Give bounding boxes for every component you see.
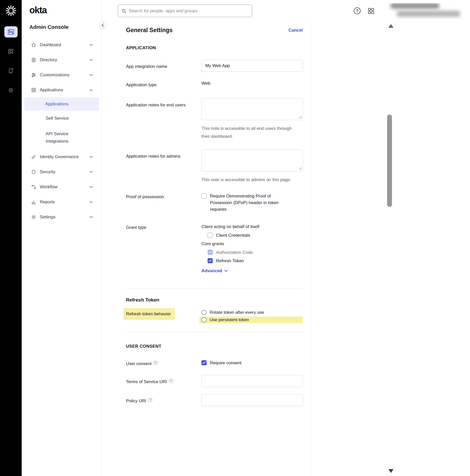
field-label: Policy URI? — [126, 394, 201, 406]
rail-item-agents[interactable] — [4, 84, 18, 96]
help-badge-icon[interactable]: ? — [169, 379, 173, 383]
chevron-down-icon — [90, 186, 93, 188]
main-area: ? General Settings Cancel APPLICATION Ap… — [102, 0, 470, 476]
client-credentials-checkbox[interactable] — [208, 233, 213, 238]
persistent-token-option[interactable]: Use persistent token — [199, 317, 303, 323]
topbar: ? — [102, 0, 470, 22]
require-consent-checkbox[interactable] — [201, 360, 207, 365]
field-label: App integration name — [126, 60, 201, 72]
sidebar-item-api-service-integrations[interactable]: API Service Integrations — [22, 126, 102, 149]
field-label: Application notes for end users — [126, 98, 201, 140]
redacted-account-info — [388, 3, 463, 19]
user-consent-section-heading: USER CONSENT — [126, 344, 303, 349]
scroll-up-arrow[interactable] — [388, 24, 393, 28]
chevron-down-icon — [90, 59, 93, 61]
okta-spinner-logo[interactable] — [5, 4, 17, 17]
field-help-text: This note is accessible to admins on thi… — [201, 176, 300, 184]
require-consent-option[interactable]: Require consent — [201, 360, 303, 366]
field-label: Terms of Service URI? — [126, 375, 201, 387]
grant-group-label: Client acting on behalf of itself — [201, 223, 303, 230]
gear-icon — [31, 215, 36, 220]
rail-item-devices[interactable] — [4, 65, 18, 76]
app-integration-name-input[interactable] — [201, 60, 303, 72]
terms-of-service-uri-input[interactable] — [201, 375, 303, 387]
field-label: Application notes for admins — [126, 149, 201, 184]
persistent-token-radio[interactable] — [201, 317, 207, 322]
section-divider — [126, 332, 303, 332]
help-icon[interactable]: ? — [354, 7, 361, 14]
sidebar-item-identity-governance[interactable]: Identity Governance — [22, 149, 102, 164]
sidebar-item-workflow[interactable]: Workflow — [22, 179, 102, 194]
field-policy-uri: Policy URI? — [126, 394, 303, 406]
shield-icon — [31, 169, 36, 174]
dpop-option[interactable]: Require Demonstrating Proof of Possessio… — [201, 193, 303, 213]
client-credentials-option[interactable]: Client Credentials — [208, 232, 303, 239]
rotate-token-option[interactable]: Rotate token after every use — [201, 310, 303, 315]
sidebar-item-reports[interactable]: Reports — [22, 194, 102, 209]
field-label: Application type — [126, 81, 201, 89]
section-divider — [126, 288, 303, 289]
cancel-button[interactable]: Cancel — [288, 28, 303, 33]
help-badge-icon[interactable]: ? — [148, 398, 152, 402]
field-help-text: This note is accessible to all end users… — [201, 124, 300, 140]
chevron-left-icon — [101, 23, 104, 27]
general-settings-panel: General Settings Cancel APPLICATION App … — [102, 22, 311, 476]
help-badge-icon[interactable]: ? — [154, 361, 158, 365]
page-title: General Settings — [126, 27, 173, 34]
refresh-token-heading: Refresh Token — [126, 297, 303, 303]
sidebar-item-security[interactable]: Security — [22, 164, 102, 179]
admin-toggle-icon — [8, 29, 14, 35]
sidebar-item-self-service[interactable]: Self Service — [22, 111, 102, 126]
field-notes-admins: Application notes for admins This note i… — [126, 149, 303, 184]
device-phone-icon — [8, 68, 14, 74]
scrollbar-thumb[interactable] — [387, 115, 392, 207]
advanced-toggle[interactable]: Advanced — [201, 268, 303, 273]
check-icon — [202, 361, 206, 364]
check-icon — [209, 251, 212, 254]
sidebar-item-applications-sub[interactable]: Applications — [24, 97, 99, 111]
sidebar-item-dashboard[interactable]: Dashboard — [22, 37, 102, 52]
search-icon — [122, 9, 126, 13]
notes-admins-textarea[interactable] — [201, 149, 303, 171]
field-label: User consent? — [126, 360, 201, 368]
okta-logo: okta — [22, 6, 102, 15]
policy-uri-input[interactable] — [201, 394, 303, 406]
rail-item-admin-console[interactable] — [4, 26, 18, 37]
sidebar-item-settings[interactable]: Settings — [22, 209, 102, 224]
home-icon — [31, 42, 36, 47]
scroll-down-arrow[interactable] — [388, 469, 393, 473]
highlighted-label: Refresh token behavior — [123, 308, 175, 320]
app-rail — [0, 0, 22, 476]
workflow-icon — [31, 184, 36, 190]
dpop-checkbox[interactable] — [201, 193, 207, 198]
rail-item-apps[interactable] — [4, 46, 18, 57]
bar-chart-icon — [31, 199, 36, 205]
rotate-token-radio[interactable] — [201, 310, 207, 315]
redacted-text-block — [391, 3, 439, 9]
chevron-down-icon — [90, 44, 93, 46]
redacted-text-block — [397, 11, 460, 17]
right-gutter — [311, 22, 470, 476]
refresh-token-checkbox[interactable] — [208, 258, 213, 263]
search-input[interactable] — [129, 8, 248, 14]
field-notes-end-users: Application notes for end users This not… — [126, 98, 303, 140]
sidebar-item-directory[interactable]: Directory — [22, 52, 102, 67]
sidebar-item-customizations[interactable]: Customizations — [22, 67, 102, 82]
global-search[interactable] — [118, 5, 252, 17]
field-app-integration-name: App integration name — [126, 60, 303, 72]
field-refresh-token-behavior: Refresh token behavior Rotate token afte… — [126, 310, 303, 325]
key-icon — [31, 154, 36, 159]
topbar-icons: ? — [354, 3, 470, 19]
applications-grid-icon — [31, 87, 36, 93]
console-title: Admin Console — [22, 24, 102, 30]
sidebar: okta Admin Console Dashboard Directory — [22, 0, 102, 476]
authorization-code-option: Authorization Code — [208, 249, 303, 256]
notes-end-users-textarea[interactable] — [201, 98, 303, 120]
refresh-token-option[interactable]: Refresh Token — [208, 258, 303, 264]
app-switcher-icon[interactable] — [368, 8, 374, 14]
sidebar-collapse-button[interactable] — [99, 22, 106, 29]
application-type-value: Web — [201, 81, 210, 86]
sidebar-item-applications[interactable]: Applications — [22, 82, 102, 97]
chevron-up-icon — [90, 89, 93, 91]
chevron-down-icon — [90, 216, 93, 218]
